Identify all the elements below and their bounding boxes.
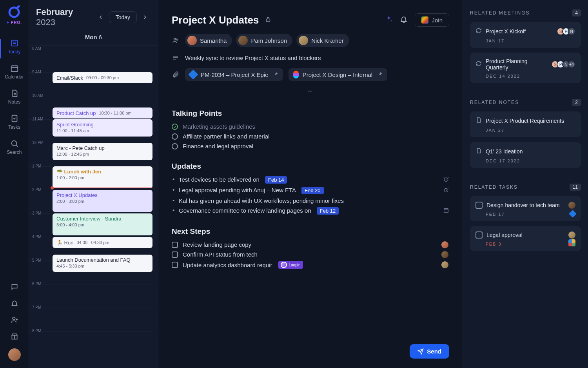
talking-point-item: Affiliate partner links and material [172, 131, 449, 141]
related-note-card[interactable]: Q1' 23 IdeationDEC 17 2022 [470, 142, 581, 168]
ai-sparkle-icon[interactable] [385, 15, 393, 25]
calendar-body[interactable]: 8 AM9 AM10 AM11 AM12 PM1 PM2 PM3 PM4 PM5… [29, 46, 158, 368]
sidebar-item-calendar[interactable]: Calendar [0, 59, 29, 84]
hour-label: 7 PM [32, 305, 41, 310]
today-button[interactable]: Today [109, 11, 137, 23]
svg-point-12 [11, 141, 16, 146]
chat-icon[interactable] [10, 282, 19, 291]
svg-point-21 [176, 39, 178, 40]
pro-badge: + PRO. [7, 20, 22, 25]
talking-point-checkbox[interactable] [172, 124, 178, 130]
attendee-chip[interactable]: Pam Johnson [236, 34, 292, 47]
attachment-chip[interactable]: Project X Design – Internal [289, 68, 387, 81]
talking-point-item: Marketing assets guidelines [172, 122, 449, 131]
date-chip[interactable]: Feb 12 [317, 207, 339, 215]
svg-line-1 [18, 6, 19, 7]
me-avatar[interactable] [8, 348, 21, 361]
calendar-event[interactable]: Marc - Pete Catch up12:00 - 12:45 pm [53, 143, 152, 160]
now-indicator [53, 188, 152, 188]
calendar-event[interactable]: Product Catch up10:30 - 11:00 pm [53, 107, 152, 118]
schedule-icon[interactable] [443, 207, 449, 215]
pin-icon[interactable] [377, 71, 383, 78]
date-chip[interactable]: Feb 20 [301, 187, 323, 194]
avatar [238, 36, 248, 45]
related-meetings-header: RELATED MEETINGS4 [470, 9, 581, 16]
description-icon [172, 54, 180, 61]
task-checkbox[interactable] [475, 231, 483, 239]
reminder-icon[interactable] [443, 176, 449, 184]
related-tasks-header: RELATED TASKS11 [470, 184, 581, 191]
next-day-button[interactable] [139, 11, 151, 23]
talking-point-checkbox[interactable] [172, 133, 178, 140]
reminder-icon[interactable] [443, 187, 449, 194]
calendar-event[interactable]: Customer Interview - Sandra3:00 - 4:00 p… [53, 213, 152, 235]
recurring-icon [475, 27, 482, 35]
bell-icon[interactable] [10, 299, 19, 308]
tasks-icon [10, 114, 19, 123]
next-step-item: Confirm API status from tech [172, 250, 449, 259]
hour-label: 10 AM [32, 93, 43, 98]
pin-icon[interactable] [273, 71, 278, 78]
sidebar: + PRO. Today Calendar Notes Tasks Search [0, 0, 29, 368]
attendee-chip[interactable]: Samantha [185, 34, 232, 47]
attendees-icon [172, 37, 180, 44]
next-step-item: Review landing page copy [172, 240, 449, 250]
gift-icon[interactable] [10, 332, 19, 341]
sidebar-item-notes[interactable]: Notes [0, 84, 29, 109]
related-meetings-count: 4 [572, 9, 581, 16]
attachment-icon [172, 71, 180, 78]
calendar-panel: February 2023 Today Mon 6 8 AM9 AM10 AM1… [29, 0, 158, 368]
attachment-chip[interactable]: PM-2034 – Project X Epic [185, 68, 283, 81]
mini-avatar: +4 [568, 60, 575, 68]
calendar-event[interactable]: Project X Updates2:00 - 3:00 pm [53, 190, 152, 212]
calendar-event[interactable]: Launch Documentation and FAQ4:45 - 5:30 … [53, 255, 152, 272]
loopin-tag[interactable]: Loopin [278, 261, 303, 269]
svg-rect-19 [266, 19, 270, 22]
related-task-card[interactable]: Legal approvalFEB 3 [470, 226, 581, 251]
recurring-icon [475, 60, 482, 68]
collapse-header-button[interactable]: ︽ [172, 87, 449, 94]
svg-line-13 [16, 145, 18, 147]
hour-label: 3 PM [32, 211, 41, 215]
calendar-event[interactable]: 🥗 Lunch with Jen1:00 - 2:00 pm [53, 166, 152, 188]
attendee-chip[interactable]: Nick Kramer [296, 34, 349, 47]
logo[interactable]: + PRO. [7, 5, 22, 25]
description-text: Weekly sync to review Project X status a… [185, 55, 321, 61]
lock-icon[interactable] [265, 16, 272, 24]
task-checkbox[interactable] [172, 262, 178, 268]
talking-point-checkbox[interactable] [172, 143, 178, 149]
section-next-steps: Next Steps [172, 227, 449, 236]
next-step-item: Update analytics dashboard requirLoopin [172, 259, 449, 270]
sidebar-item-tasks[interactable]: Tasks [0, 109, 29, 135]
calendar-event[interactable]: Email/Slack09:00 - 09:30 pm [53, 72, 152, 83]
assignee-avatar[interactable] [441, 241, 448, 248]
hour-label: 8 PM [32, 329, 41, 333]
assignee-avatar [568, 231, 575, 239]
figma-icon [293, 71, 299, 78]
task-checkbox[interactable] [172, 251, 178, 258]
related-task-card[interactable]: Design handover to tech teamFEB 17 [470, 196, 581, 221]
join-meeting-button[interactable]: Join [415, 13, 449, 27]
related-meeting-card[interactable]: Project X KickoffSPNJAN 17 [470, 22, 581, 48]
sidebar-item-today[interactable]: Today [0, 34, 29, 59]
calendar-icon [10, 64, 19, 73]
calendar-event[interactable]: 🏃 Run04:00 - 04:30 pm [53, 237, 152, 248]
calendar-event[interactable]: Sprint Grooming11:00 - 11:45 am [53, 119, 152, 137]
sidebar-item-search[interactable]: Search [0, 135, 29, 160]
task-checkbox[interactable] [475, 202, 483, 209]
notifications-icon[interactable] [400, 15, 408, 25]
update-item: Kal has given go ahead with UX workflows… [172, 196, 449, 206]
related-meeting-card[interactable]: Product Planning QuarterlySPN+4DEC 14 20… [470, 53, 581, 83]
sidebar-item-label: Notes [8, 99, 20, 105]
prev-day-button[interactable] [95, 11, 107, 23]
task-checkbox[interactable] [172, 242, 178, 248]
related-note-card[interactable]: Project X Product RequirementsJAN 27 [470, 111, 581, 137]
invite-icon[interactable] [10, 315, 19, 324]
assignee-avatar[interactable] [441, 251, 448, 258]
hour-label: 11 AM [32, 117, 43, 121]
note-icon [475, 117, 482, 125]
hour-label: 9 AM [32, 70, 41, 74]
date-chip[interactable]: Feb 14 [265, 176, 287, 184]
assignee-avatar[interactable] [441, 261, 448, 268]
send-button[interactable]: Send [410, 344, 449, 359]
